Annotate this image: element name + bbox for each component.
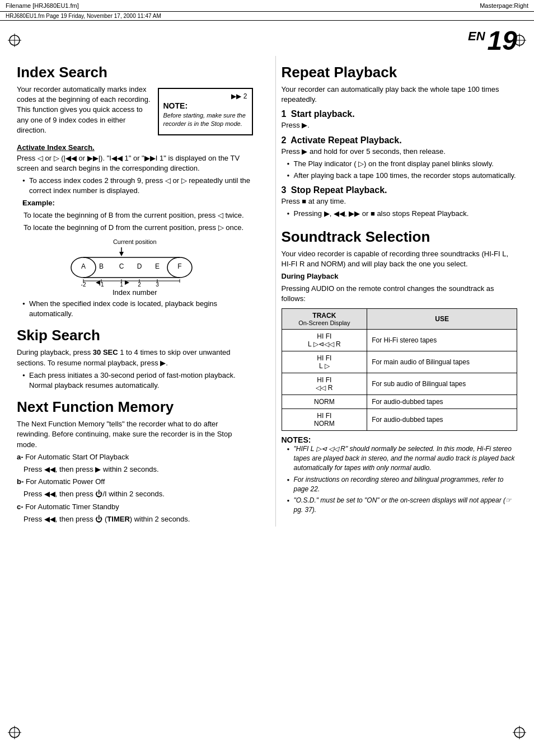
corner-mark-tr [513, 34, 526, 47]
step-1-heading: 1 Start playback. [282, 109, 518, 119]
next-function-items: a- For Automatic Start Of Playback Press… [17, 452, 253, 524]
notes-list: "HIFI L ▷⊲ ◁◁ R" should normally be sele… [282, 444, 518, 515]
activate-bullets: To access index codes 2 through 9, press… [17, 176, 253, 208]
corner-mark-tl [8, 34, 21, 47]
track-cell-3: HI FI◁◁ R [282, 373, 367, 395]
step-2: 2 Activate Repeat Playback. Press ▶ and … [282, 135, 518, 181]
en-label: EN [468, 29, 485, 43]
example-lines: To locate the beginning of B from the cu… [17, 210, 253, 233]
example-line-1: To locate the beginning of B from the cu… [24, 210, 253, 220]
skip-search-text: During playback, press 30 SEC 1 to 4 tim… [17, 348, 253, 368]
step-3-bullet-1: Pressing ▶, ◀◀, ▶▶ or ■ also stops Repea… [287, 209, 518, 219]
skip-search-bullets: Each press initiates a 30-second period … [17, 370, 253, 391]
svg-text:B: B [99, 262, 104, 270]
on-screen-display-label: On-Screen Display [287, 320, 363, 326]
during-playback-text: Pressing AUDIO on the remote control cha… [282, 284, 518, 304]
activate-bullet-1: To access index codes 2 through 9, press… [22, 176, 253, 196]
svg-text:A: A [81, 262, 86, 270]
activate-example-label: Example: [22, 198, 253, 208]
track-cell-1: HI FIL ▷⊲◁◁ R [282, 330, 367, 351]
svg-text:1: 1 [120, 281, 123, 287]
diagram-svg: A B C D E F [68, 247, 202, 288]
step-1: 1 Start playback. Press ▶. [282, 109, 518, 130]
right-column: Repeat Playback Your recorder can automa… [275, 56, 518, 527]
nf-item-b-desc: b- For Automatic Power Off [17, 477, 253, 487]
svg-text:-2: -2 [81, 281, 86, 287]
during-playback-strong: During Playback [282, 272, 339, 280]
index-search-intro-area: ▶▶ 2 NOTE: Before starting, make sure th… [17, 84, 253, 139]
svg-text:3: 3 [156, 281, 159, 287]
use-cell-1: For Hi-Fi stereo tapes [367, 330, 517, 351]
note-text: Before starting, make sure the recorder … [163, 111, 247, 129]
svg-text:E: E [155, 262, 160, 270]
step-2-bullet-2: After playing back a tape 100 times, the… [287, 171, 518, 181]
svg-text:C: C [119, 262, 124, 270]
note-item-1: "HIFI L ▷⊲ ◁◁ R" should normally be sele… [287, 444, 518, 472]
diagram-label-bottom: Index number [17, 288, 253, 297]
note-box: ▶▶ 2 NOTE: Before starting, make sure th… [158, 88, 253, 135]
header-subline: HRJ680EU1.fm Page 19 Friday, November 17… [0, 12, 534, 21]
next-function-section: Next Function Memory The Next Function M… [17, 398, 253, 524]
step-1-text: Press ▶. [282, 120, 518, 130]
table-header-use: USE [367, 309, 517, 330]
repeat-playback-intro: Your recorder can automatically play bac… [282, 84, 518, 105]
table-row-1: HI FIL ▷⊲◁◁ R For Hi-Fi stereo tapes [282, 330, 517, 351]
track-cell-2: HI FIL ▷ [282, 351, 367, 373]
note-item-2: For instructions on recording stereo and… [287, 475, 518, 494]
step-2-text: Press ▶ and hold for over 5 seconds, the… [282, 147, 518, 157]
soundtrack-section: Soundtrack Selection Your video recorder… [282, 228, 518, 515]
index-search-title: Index Search [17, 64, 253, 81]
page-number-area: EN19 [0, 21, 534, 56]
soundtrack-title: Soundtrack Selection [282, 228, 518, 246]
svg-text:D: D [137, 262, 142, 270]
note-label: NOTE: [163, 101, 247, 110]
main-content: Index Search ▶▶ 2 NOTE: Before starting,… [0, 56, 534, 527]
note-item-3: "O.S.D." must be set to "ON" or the on-s… [287, 496, 518, 515]
soundtrack-intro: Your video recorder is capable of record… [282, 249, 518, 269]
step-2-title: Activate Repeat Playback. [291, 135, 401, 145]
soundtrack-notes: NOTES: "HIFI L ▷⊲ ◁◁ R" should normally … [282, 435, 518, 515]
use-cell-5: For audio-dubbed tapes [367, 409, 517, 431]
left-column: Index Search ▶▶ 2 NOTE: Before starting,… [17, 56, 259, 527]
use-cell-4: For audio-dubbed tapes [367, 395, 517, 409]
activate-index-heading: Activate Index Search. [17, 143, 253, 152]
corner-mark-bl [8, 726, 21, 739]
nf-item-a-desc: a- For Automatic Start Of Playback [17, 452, 253, 462]
skip-search-section: Skip Search During playback, press 30 SE… [17, 327, 253, 391]
skip-search-title: Skip Search [17, 327, 253, 344]
nf-item-b-instr: Press ◀◀, then press ⏻/I within 2 second… [17, 489, 253, 499]
svg-text:2: 2 [138, 281, 141, 287]
index-diagram: Current position [17, 238, 253, 297]
index-search-section: Index Search ▶▶ 2 NOTE: Before starting,… [17, 64, 253, 319]
step-2-num: 2 [282, 135, 287, 145]
repeat-playback-section: Repeat Playback Your recorder can automa… [282, 64, 518, 219]
index-final-bullet: When the specified index code is located… [22, 299, 253, 319]
svg-marker-13 [119, 252, 124, 256]
use-cell-3: For sub audio of Bilingual tapes [367, 373, 517, 395]
filename-label: Filename [HRJ680EU1.fm] [6, 2, 79, 9]
index-final-bullet-list: When the specified index code is located… [17, 299, 253, 319]
soundtrack-table: TRACK On-Screen Display USE HI FIL ▷⊲◁◁ … [282, 308, 518, 431]
note-arrow: ▶▶ 2 [163, 92, 247, 100]
track-cell-4: NORM [282, 395, 367, 409]
step-2-bullet-1: The Play indicator ( ▷) on the front dis… [287, 159, 518, 169]
table-row-3: HI FI◁◁ R For sub audio of Bilingual tap… [282, 373, 517, 395]
repeat-playback-title: Repeat Playback [282, 64, 518, 81]
step-1-title: Start playback. [291, 109, 355, 119]
table-row-2: HI FIL ▷ For main audio of Bilingual tap… [282, 351, 517, 373]
step-2-heading: 2 Activate Repeat Playback. [282, 135, 518, 145]
step-3-bullets: Pressing ▶, ◀◀, ▶▶ or ■ also stops Repea… [282, 209, 518, 219]
corner-mark-br [513, 726, 526, 739]
step-3: 3 Stop Repeat Playback. Press ■ at any t… [282, 185, 518, 219]
diagram-label-top: Current position [17, 238, 253, 245]
use-cell-2: For main audio of Bilingual tapes [367, 351, 517, 373]
nf-item-a-instr: Press ◀◀, then press ▶ within 2 seconds. [17, 464, 253, 475]
during-playback-label: During Playback [282, 271, 518, 281]
table-row-5: HI FINORM For audio-dubbed tapes [282, 409, 517, 431]
notes-label: NOTES: [282, 435, 518, 444]
activate-index-text: Press ◁ or ▷ (|◀◀ or ▶▶|). "I◀◀ 1" or "▶… [17, 153, 253, 173]
table-row-4: NORM For audio-dubbed tapes [282, 395, 517, 409]
skip-search-bullet-1: Each press initiates a 30-second period … [22, 370, 253, 391]
next-function-title: Next Function Memory [17, 398, 253, 416]
step-1-num: 1 [282, 109, 287, 119]
